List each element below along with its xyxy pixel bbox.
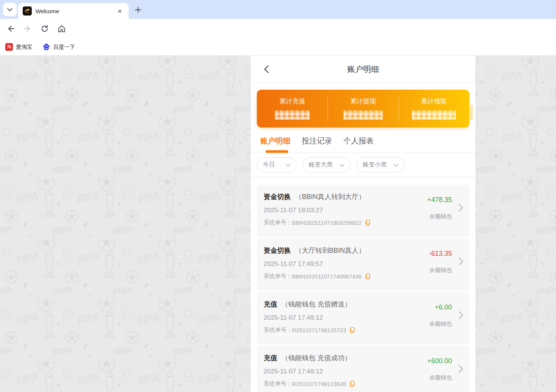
transaction-detail: （BBIN真人转到大厅） [295,193,365,201]
summary-total-deposit: 累计充值 [257,90,328,128]
chevron-down-icon [7,6,12,13]
transaction-type: 资金切换 [264,193,291,201]
account-detail-panel: 账户明细 累计充值 累计提现 累计领取 账户明细 投注记 [251,56,475,392]
page-content: FIFA FIFA FIFA [0,56,556,392]
bookmark-label: 爱淘宝 [16,44,33,51]
wallet-label: 余额钱包 [427,213,452,220]
summary-label: 累计提现 [350,97,376,106]
copy-icon[interactable] [349,381,356,387]
transaction-detail: （钱能钱包 充值成功） [281,354,351,362]
amount: +600.00 [427,357,452,365]
order-label: 系统单号： [264,219,292,226]
bookmark-aitaobao[interactable]: 淘 爱淘宝 [5,43,33,51]
reload-icon[interactable] [40,24,49,33]
copy-icon[interactable] [349,327,356,333]
summary-label: 累计领取 [421,97,447,106]
filter-bar: 今日 账变大类 账变小类 [251,153,475,177]
back-icon[interactable] [6,24,15,33]
transaction-row[interactable]: 资金切换 （大厅转到BBIN真人） 2025-11-07 17:49:57 系统… [257,238,469,291]
filter-minor-category[interactable]: 账变小类 [357,157,405,173]
tab-account-detail[interactable]: 账户明细 [260,136,290,146]
filter-major-category[interactable]: 账变大类 [303,157,351,173]
transaction-row[interactable]: 充值 （钱能钱包 充值成功） 2025-11-07 17:48:12 系统单号：… [257,346,469,392]
order-label: 系统单号： [264,380,292,387]
masked-value [343,110,383,120]
bookmark-label: 百度一下 [53,44,75,51]
wallet-label: 余额钱包 [429,320,452,328]
wallet-label: 余额钱包 [427,374,452,381]
summary-total-withdraw: 累计提现 [328,90,398,128]
summary-card: 累计充值 累计提现 累计领取 [257,90,469,128]
amount: -613.35 [429,250,452,258]
svg-text:du: du [45,47,48,49]
masked-value [275,110,310,120]
transaction-type: 资金切换 [264,247,291,254]
panel-header: 账户明细 [251,56,475,83]
filter-label: 账变小类 [363,161,387,169]
transaction-amount-block: -613.35 余额钱包 [429,250,452,274]
transaction-row[interactable]: 充值 （钱能钱包 充值赠送） 2025-11-07 17:48:12 系统单号：… [257,292,469,344]
forward-icon[interactable] [23,24,32,33]
amount: +478.35 [427,196,452,204]
tab-strip: Welcome × [0,0,556,19]
amount: +6.00 [429,303,452,311]
summary-carousel[interactable]: 累计充值 累计提现 累计领取 [257,90,469,128]
transaction-detail: （大厅转到BBIN真人） [295,247,365,254]
transaction-row[interactable]: 资金切换 （BBIN真人转到大厅） 2025-11-07 18:03:27 系统… [257,185,469,237]
summary-label: 累计充值 [280,97,305,106]
transaction-type: 充值 [264,300,277,308]
bookmark-baidu[interactable]: du 百度一下 [42,43,75,51]
baidu-icon: du [42,43,50,51]
next-card-peek [470,105,473,120]
masked-value [412,110,456,120]
home-icon[interactable] [57,24,66,33]
transaction-amount-block: +600.00 余额钱包 [427,357,452,381]
tab-bet-records[interactable]: 投注记录 [302,136,332,146]
copy-icon[interactable] [365,219,371,226]
browser-tab[interactable]: Welcome × [18,3,129,19]
chevron-down-icon [340,162,345,168]
new-tab-button[interactable] [133,5,143,15]
tab-search-button[interactable] [3,3,17,16]
order-label: 系统单号： [264,327,292,334]
filter-date[interactable]: 今日 [257,157,297,173]
filter-label: 账变大类 [309,161,333,169]
close-tab-icon[interactable]: × [115,7,124,16]
tab-title: Welcome [36,8,115,14]
order-label: 系统单号： [264,273,292,280]
filter-label: 今日 [263,161,275,169]
browser-chrome: Welcome × 175616.cc/reports/index 淘 [0,0,556,56]
chevron-right-icon [458,365,463,375]
order-number: R2511071748123628 [292,381,346,387]
chevron-right-icon [458,257,463,267]
order-number: R2511071748125723 [292,327,346,333]
active-tab-underline [266,150,288,153]
chevron-down-icon [394,162,399,168]
report-tabs: 账户明细 投注记录 个人报表 [251,129,475,153]
site-favicon-icon [23,6,32,16]
bookmarks-bar: 淘 爱淘宝 du 百度一下 [0,39,556,56]
chevron-right-icon [458,311,463,321]
chevron-right-icon [458,204,463,213]
transaction-amount-block: +478.35 余额钱包 [427,196,452,220]
transaction-detail: （钱能钱包 充值赠送） [281,300,351,308]
wallet-label: 余额钱包 [429,267,452,274]
browser-toolbar: 175616.cc/reports/index [0,19,556,39]
transaction-amount-block: +6.00 余额钱包 [429,303,452,328]
taobao-icon: 淘 [5,43,13,51]
transaction-list: 资金切换 （BBIN真人转到大厅） 2025-11-07 18:03:27 系统… [251,185,475,392]
page-title: 账户明细 [251,64,475,75]
transaction-type: 充值 [264,354,277,362]
tab-personal-report[interactable]: 个人报表 [343,136,374,146]
order-number: BBIN202511071803258622 [292,219,362,226]
summary-total-claimed: 累计领取 [399,90,469,128]
copy-icon[interactable] [365,273,371,280]
order-number: BBIN202511071749567436 [292,273,362,280]
chevron-down-icon [286,162,290,168]
